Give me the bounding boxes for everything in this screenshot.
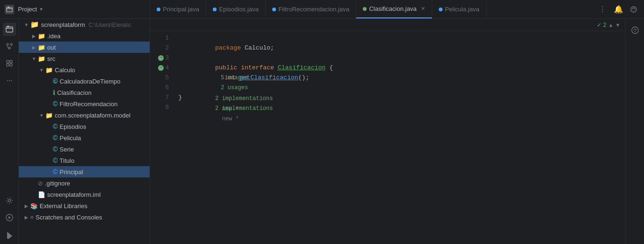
tab-pelicula[interactable]: Pelicula.java [432, 0, 486, 18]
src-folder-icon: 📁 [38, 55, 45, 62]
line-num-5: 5 [150, 73, 169, 83]
filtro-class-icon: © [53, 100, 58, 108]
tree-clasificacion[interactable]: ℹ Clasificacion [19, 87, 150, 98]
tree-iml[interactable]: 📄 screenplataform.iml [19, 189, 150, 200]
svg-rect-4 [6, 27, 13, 32]
tree-calculo[interactable]: ▼ 📁 Calculo [19, 64, 150, 76]
scratch-label: Scratches and Consoles [36, 214, 102, 221]
pelicula-class-icon: © [53, 134, 58, 142]
svg-point-3 [633, 10, 634, 11]
svg-rect-11 [7, 64, 9, 66]
tree-root[interactable]: ▼ 📁 screenplataform C:\Users\Elena\c [19, 19, 150, 30]
scratch-arrow: ▶ [23, 215, 30, 220]
tree-gitignore[interactable]: ⊘ .gitignore [19, 177, 150, 189]
model-label: com.screenplataform.model [55, 112, 130, 119]
tree-principal[interactable]: © Principal [19, 166, 150, 177]
episodios-class-icon: © [53, 123, 58, 130]
svg-rect-5 [7, 26, 9, 27]
activity-more-icon[interactable]: ··· [3, 74, 16, 87]
model-folder-icon: 📁 [45, 112, 53, 119]
idea-arrow: ▶ [30, 34, 38, 39]
project-header[interactable]: Project ▼ [0, 0, 150, 18]
tab-dot-clasificacion [363, 7, 367, 11]
tree-out[interactable]: ▶ 📁 out [19, 42, 150, 53]
clasificacion-label: Clasificacion [57, 89, 92, 96]
activity-plugins-icon[interactable] [3, 57, 16, 70]
filtro-label: FiltroRecomendacion [59, 101, 117, 108]
project-dropdown-icon[interactable]: ▼ [39, 7, 43, 12]
activity-play-icon[interactable] [3, 228, 16, 241]
activity-run-icon[interactable] [3, 211, 16, 224]
tab-principal[interactable]: Principal.java [150, 0, 206, 18]
serie-class-icon: © [53, 145, 58, 153]
titulo-label: Titulo [59, 157, 74, 164]
tree-calculadora[interactable]: © CalculadoraDeTiempo [19, 76, 150, 87]
tab-dot-filtro [272, 8, 276, 11]
svg-point-13 [8, 200, 10, 202]
tree-episodios[interactable]: © Episodios [19, 121, 150, 132]
tree-external-libs[interactable]: ▶ 📚 External Libraries [19, 200, 150, 211]
iml-label: screenplataform.iml [47, 191, 100, 198]
tab-label-episodios: Episodios.java [219, 6, 259, 13]
tree-filtro[interactable]: © FiltroRecomendacion [19, 98, 150, 109]
tree-src[interactable]: ▼ 📁 src [19, 53, 150, 64]
idea-label: .idea [47, 33, 60, 40]
tab-dot-pelicula [439, 8, 443, 11]
tree-model[interactable]: ▼ 📁 com.screenplataform.model [19, 109, 150, 121]
line-num-6: 6 [150, 83, 169, 93]
calculo-arrow: ▼ [38, 67, 45, 73]
line-numbers: 1 2 → 3 → 4 5 6 7 8 [150, 31, 174, 244]
activity-vcs-icon[interactable] [3, 40, 16, 53]
root-arrow: ▼ [23, 22, 30, 27]
right-ai-icon[interactable] [629, 25, 641, 36]
check-up-arrow[interactable]: ▲ [608, 22, 613, 28]
notifications-icon[interactable]: 🔔 [613, 4, 624, 15]
ai-assistant-icon[interactable] [628, 4, 639, 15]
tree-serie[interactable]: © Serie [19, 143, 150, 155]
line-num-3: → 3 [150, 53, 169, 63]
checkmark-icon: ✓ [597, 22, 602, 28]
activity-tools-icon[interactable] [3, 194, 16, 207]
root-label: screenplataform C:\Users\Elena\c [41, 21, 131, 28]
code-area[interactable]: package Calculo; public interface Clasif… [174, 31, 625, 244]
sidebar: ▼ 📁 screenplataform C:\Users\Elena\c ▶ 📁… [19, 19, 150, 244]
tab-dot-episodios [213, 8, 217, 11]
tab-episodios[interactable]: Episodios.java [206, 0, 266, 18]
out-label: out [47, 44, 56, 51]
editor-content: 1 2 → 3 → 4 5 6 7 8 package Calculo; [150, 31, 625, 244]
svg-point-7 [10, 43, 12, 45]
tree-pelicula[interactable]: © Pelicula [19, 132, 150, 143]
tree-scratches[interactable]: ▶ ≡ Scratches and Consoles [19, 211, 150, 223]
code-line-1: package Calculo; [178, 33, 625, 43]
svg-point-6 [7, 43, 8, 45]
check-down-arrow[interactable]: ▼ [615, 22, 620, 28]
gitignore-icon: ⊘ [38, 180, 43, 187]
check-number: 2 [603, 22, 607, 28]
iml-icon: 📄 [38, 191, 45, 198]
tab-clasificacion[interactable]: Clasificacion.java ✕ [356, 0, 432, 18]
editor-info-bar: ✓ 2 ▲ ▼ [150, 19, 625, 31]
tab-label-principal: Principal.java [163, 6, 199, 13]
root-path: C:\Users\Elena\c [89, 22, 131, 28]
gutter-icon-3[interactable]: → [158, 55, 164, 61]
svg-point-16 [635, 31, 636, 32]
root-folder-icon: 📁 [30, 20, 39, 29]
calculo-label: Calculo [55, 67, 75, 74]
more-tabs-button[interactable]: ⋮ [597, 4, 608, 15]
out-folder-icon: 📁 [38, 44, 45, 51]
calculo-folder-icon: 📁 [45, 67, 53, 74]
code-line-3: public interface Clasificacion { 5 usage… [178, 53, 625, 63]
gutter-icon-4[interactable]: → [158, 65, 164, 71]
check-count: ✓ 2 ▲ ▼ [597, 22, 620, 28]
tree-idea[interactable]: ▶ 📁 .idea [19, 30, 150, 42]
titulo-class-icon: © [53, 157, 58, 164]
gitignore-label: .gitignore [45, 180, 70, 187]
tab-filtro[interactable]: FiltroRecomendacion.java [266, 0, 356, 18]
src-label: src [47, 55, 55, 62]
activity-project-icon[interactable] [3, 23, 16, 36]
line-num-2: 2 [150, 43, 169, 53]
tab-close-clasificacion[interactable]: ✕ [421, 6, 425, 12]
tree-titulo[interactable]: © Titulo [19, 155, 150, 166]
tab-label-pelicula: Pelicula.java [445, 6, 479, 13]
svg-rect-12 [10, 64, 12, 66]
